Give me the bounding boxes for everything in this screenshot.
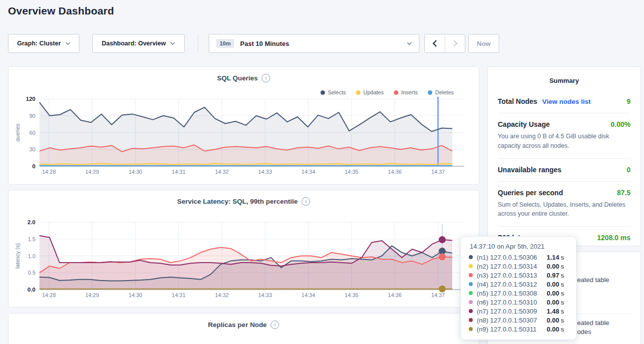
tooltip-row: (n5) 127.0.0.1:503080.00s — [469, 289, 570, 298]
summary-row-value: 9 — [627, 97, 631, 105]
summary-row-subtext: Sum of Selects, Updates, Inserts, and De… — [498, 200, 631, 219]
summary-row-label: Queries per second — [498, 189, 563, 197]
tooltip-row: (n2) 127.0.0.1:503140.00s — [469, 262, 570, 271]
service-latency-card: Service Latency: SQL, 99th percentile 0.… — [8, 190, 479, 308]
tooltip-node-label: (n1) 127.0.0.1:50306 — [477, 254, 547, 261]
replicas-per-node-chart-title: Replicas per Node — [208, 321, 267, 329]
info-icon[interactable] — [262, 74, 270, 82]
dashboard-dropdown[interactable]: Dashboard: Overview — [92, 34, 185, 53]
sql-queries-card: SQL Queries SelectsUpdatesInsertsDeletes… — [8, 66, 479, 185]
tooltip-node-value: 1.14s — [547, 254, 570, 261]
tooltip-node-value: 0.00s — [547, 299, 570, 306]
node-series-dot — [469, 291, 473, 295]
graph-dropdown-label: Graph: Cluster — [17, 40, 61, 47]
legend-dot — [321, 90, 325, 95]
summary-row-label: Unavailable ranges — [498, 166, 562, 174]
tooltip-row: (n9) 127.0.0.1:503110.00s — [469, 325, 570, 334]
time-prev-button[interactable] — [425, 34, 445, 52]
svg-text:1.5: 1.5 — [28, 236, 35, 242]
summary-panel: Summary Total NodesView nodes list9Capac… — [487, 66, 641, 246]
summary-row: Total NodesView nodes list9 — [498, 84, 631, 113]
event-item-fragment: odes — [577, 328, 591, 336]
tooltip-node-value: 0.00s — [547, 326, 570, 333]
svg-text:14:35: 14:35 — [344, 169, 358, 175]
tooltip-node-value: 0.00s — [547, 317, 570, 324]
tooltip-node-label: (n7) 127.0.0.1:50309 — [477, 308, 547, 315]
node-series-dot — [469, 318, 473, 322]
summary-rows: Total NodesView nodes list9Capacity Usag… — [488, 84, 641, 249]
svg-text:90: 90 — [29, 113, 35, 119]
svg-text:14:30: 14:30 — [128, 169, 142, 175]
summary-row: Capacity Usage0.00%You are using 0 B of … — [498, 113, 631, 159]
node-series-dot — [469, 255, 473, 259]
summary-heading: Summary — [488, 77, 641, 84]
legend-item-inserts[interactable]: Inserts — [394, 89, 418, 95]
svg-text:14:35: 14:35 — [344, 292, 358, 298]
svg-text:0.0: 0.0 — [27, 287, 35, 293]
tooltip-row: (n8) 127.0.0.1:503070.00s — [469, 316, 570, 325]
summary-row-subtext: You are using 0 B of 4.5 GiB usable disk… — [498, 132, 631, 151]
tooltip-node-value: 0.00s — [547, 281, 570, 288]
tooltip-node-label: (n4) 127.0.0.1:50312 — [477, 281, 547, 288]
chevron-right-icon — [453, 40, 458, 47]
svg-text:14:30: 14:30 — [128, 292, 142, 298]
service-latency-chart[interactable]: 0.00.51.01.52.014:2814:2914:3014:3114:32… — [12, 220, 479, 303]
svg-text:30: 30 — [29, 146, 35, 152]
time-next-button[interactable] — [445, 34, 465, 52]
tooltip-node-label: (n8) 127.0.0.1:50307 — [477, 317, 547, 324]
svg-text:14:33: 14:33 — [258, 169, 272, 175]
summary-row-label: Total Nodes — [498, 97, 537, 105]
sql-queries-chart-title: SQL Queries — [217, 74, 258, 82]
svg-text:queries: queries — [14, 123, 20, 142]
legend-label: Inserts — [401, 89, 418, 95]
now-button[interactable]: Now — [468, 34, 499, 53]
info-icon[interactable] — [271, 321, 279, 329]
summary-row-value: 0.00% — [611, 120, 631, 128]
overview-dashboard-page: Overview Dashboard Graph: Cluster Dashbo… — [0, 0, 644, 344]
tooltip-node-label: (n3) 127.0.0.1:50313 — [477, 272, 547, 279]
legend-label: Updates — [363, 89, 384, 95]
chevron-down-icon — [65, 42, 70, 45]
tooltip-node-value: 0.00s — [547, 290, 570, 297]
node-series-dot — [469, 282, 473, 286]
summary-row-value: 87.5 — [617, 189, 631, 197]
svg-text:14:28: 14:28 — [42, 169, 56, 175]
tooltip-node-value: 0.97s — [547, 272, 570, 279]
legend-item-selects[interactable]: Selects — [321, 89, 346, 95]
node-series-dot — [469, 309, 473, 313]
svg-text:14:31: 14:31 — [172, 292, 186, 298]
svg-text:14:34: 14:34 — [302, 169, 316, 175]
svg-text:120: 120 — [26, 97, 35, 102]
service-latency-chart-title: Service Latency: SQL, 99th percentile — [177, 198, 298, 205]
time-range-dropdown[interactable]: 10m Past 10 Minutes — [209, 34, 419, 53]
sql-queries-chart[interactable]: 030609012014:2814:2914:3014:3114:3214:33… — [12, 97, 479, 179]
chevron-down-icon — [170, 42, 175, 45]
summary-row-label: Capacity Usage — [498, 120, 550, 128]
summary-row-value: 0 — [627, 166, 631, 174]
tooltip-node-label: (n6) 127.0.0.1:50310 — [477, 299, 547, 306]
tooltip-node-value: 1.48s — [547, 308, 570, 315]
node-series-dot — [469, 264, 473, 268]
svg-text:14:31: 14:31 — [172, 169, 186, 175]
chevron-left-icon — [432, 40, 437, 47]
node-series-dot — [469, 273, 473, 277]
view-nodes-list-link[interactable]: View nodes list — [542, 98, 591, 105]
legend-item-updates[interactable]: Updates — [356, 89, 384, 95]
svg-text:14:36: 14:36 — [388, 292, 402, 298]
graph-dropdown[interactable]: Graph: Cluster — [8, 34, 79, 53]
summary-row-value: 1208.0 ms — [597, 234, 631, 242]
legend-item-deletes[interactable]: Deletes — [428, 89, 454, 95]
node-series-dot — [469, 327, 473, 331]
svg-text:14:37: 14:37 — [431, 169, 445, 175]
info-icon[interactable] — [302, 197, 310, 206]
tooltip-node-label: (n9) 127.0.0.1:50311 — [477, 326, 547, 333]
legend-dot — [394, 90, 398, 95]
legend-dot — [356, 90, 360, 95]
tooltip-row: (n1) 127.0.0.1:503061.14s — [469, 253, 570, 262]
svg-text:14:33: 14:33 — [258, 292, 272, 298]
node-series-dot — [469, 300, 473, 304]
svg-text:14:29: 14:29 — [85, 169, 99, 175]
svg-text:0.5: 0.5 — [28, 270, 35, 276]
svg-text:14:34: 14:34 — [302, 292, 316, 298]
svg-text:14:32: 14:32 — [215, 292, 229, 298]
